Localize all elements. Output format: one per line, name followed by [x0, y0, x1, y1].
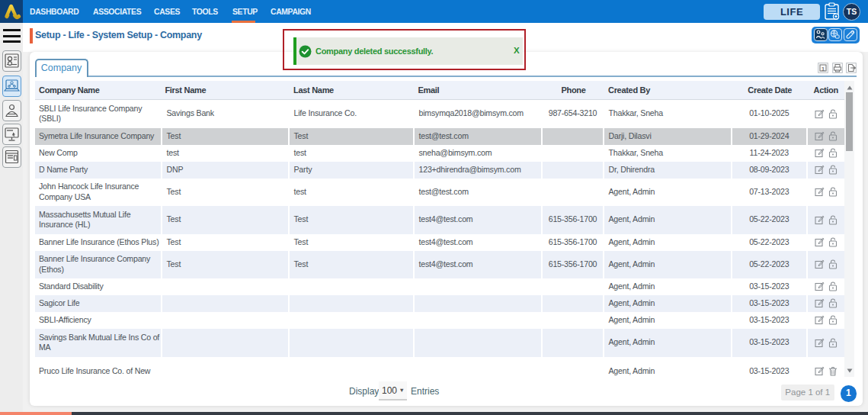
svg-text:1: 1 — [822, 66, 825, 72]
